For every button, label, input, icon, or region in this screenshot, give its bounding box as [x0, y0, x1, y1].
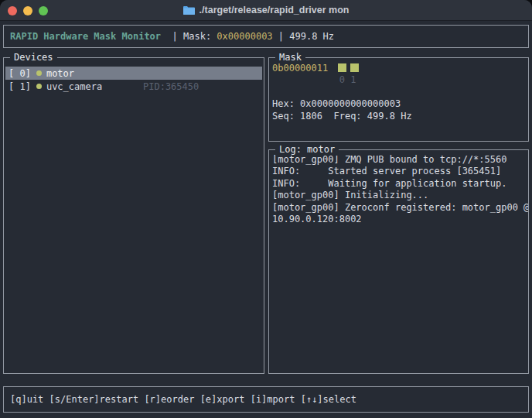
window-title: ./target/release/rapid_driver mon — [200, 5, 350, 15]
mask-spacer — [272, 87, 525, 98]
header-mask-value: 0x00000003 — [217, 31, 272, 42]
mask-content: 0b00000011 0 1 Hex: 0x0000000000000003 S… — [269, 58, 528, 127]
status-dot-icon — [36, 70, 42, 76]
devices-panel-title: Devices — [10, 51, 57, 63]
device-list: [ 0]motor [ 1]uvc_camera PID:365450 — [4, 67, 264, 93]
keybind-hints: [q]uit [s/Enter]restart [r]eorder [e]xpo… — [10, 394, 356, 405]
log-line: INFO: Waiting for application startup. — [272, 178, 525, 190]
folder-icon — [183, 5, 195, 15]
mask-panel-title: Mask — [275, 51, 305, 63]
mask-binary-value: 0b00000011 — [272, 63, 328, 74]
status-dot-icon — [36, 84, 42, 89]
device-index: [ 1] — [9, 81, 31, 92]
mask-seq-freq-line: Seq: 1806 Freq: 499.8 Hz — [272, 111, 525, 122]
device-name: uvc_camera — [46, 81, 102, 92]
terminal-window: ./target/release/rapid_driver mon RAPID … — [0, 0, 532, 418]
bit-square-icon — [338, 63, 346, 72]
keybind-footer-bar: [q]uit [s/Enter]restart [r]eorder [e]xpo… — [3, 386, 529, 413]
device-name: motor — [46, 68, 74, 79]
log-scroll-area[interactable]: [motor_gp00] ZMQ PUB bound to tcp://*:55… — [269, 150, 528, 373]
header-separator: | — [273, 31, 290, 42]
bit-square-icon — [350, 63, 359, 72]
device-row-motor[interactable]: [ 0]motor — [5, 67, 262, 80]
window-titlebar[interactable]: ./target/release/rapid_driver mon — [0, 0, 532, 21]
log-line: INFO: Started server process [365451] — [272, 166, 525, 177]
mask-binary-line: 0b00000011 — [272, 63, 525, 74]
traffic-lights — [8, 0, 48, 21]
titlebar-title-group: ./target/release/rapid_driver mon — [183, 5, 350, 15]
app-title: RAPID Hardware Mask Monitor — [10, 31, 161, 42]
close-button[interactable] — [8, 6, 17, 15]
zoom-button[interactable] — [39, 6, 48, 15]
minimize-button[interactable] — [23, 6, 32, 15]
app-header-bar: RAPID Hardware Mask Monitor | Mask: 0x00… — [3, 25, 529, 48]
log-line: [motor_gp00] Initializing... — [272, 190, 525, 201]
device-pid: PID:365450 — [143, 81, 199, 92]
mask-panel: Mask 0b00000011 0 1 Hex: 0x0000000000000… — [268, 57, 529, 142]
header-frequency: 499.8 Hz — [289, 31, 334, 42]
devices-panel: Devices [ 0]motor [ 1]uvc_camera PID:365… — [3, 57, 264, 374]
log-line: [motor_gp00] Zeroconf registered: motor_… — [272, 202, 525, 214]
log-line: 10.90.0.120:8002 — [272, 214, 525, 225]
device-row-uvc-camera[interactable]: [ 1]uvc_camera PID:365450 — [5, 80, 262, 93]
log-panel-title: Log: motor — [275, 143, 339, 156]
log-line: [motor_gp00] ZMQ PUB bound to tcp://*:55… — [272, 154, 525, 166]
header-mask-label: | Mask: — [161, 31, 217, 42]
log-panel: Log: motor [motor_gp00] ZMQ PUB bound to… — [268, 149, 529, 374]
device-index: [ 0] — [9, 68, 31, 79]
mask-hex-line: Hex: 0x0000000000000003 — [272, 98, 525, 110]
mask-bit-labels: 0 1 — [272, 74, 525, 86]
